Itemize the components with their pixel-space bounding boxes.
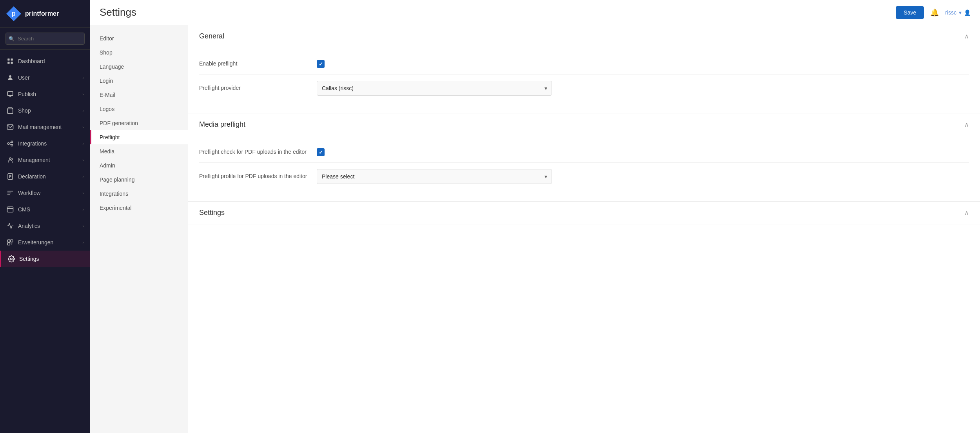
sidebar-nav: Dashboard User › Publish ›: [0, 50, 90, 433]
integrations-icon: [6, 140, 14, 147]
sidebar-item-workflow[interactable]: Workflow ›: [0, 185, 90, 201]
sidebar-label-publish: Publish: [18, 91, 36, 97]
subnav-item-admin[interactable]: Admin: [90, 158, 188, 173]
user-avatar-icon: 👤: [964, 9, 971, 16]
svg-rect-23: [11, 240, 13, 242]
topbar: Settings Save 🔔 rissc ▾ 👤: [90, 0, 980, 25]
subnav-item-preflight[interactable]: Preflight: [90, 130, 188, 144]
search-input[interactable]: [5, 33, 85, 45]
field-enable-preflight: Enable preflight: [199, 54, 969, 75]
enable-preflight-checkbox[interactable]: [317, 60, 325, 68]
section-media-header[interactable]: Media preflight ∧: [188, 113, 980, 136]
section-settings-chevron: ∧: [964, 209, 969, 216]
preflight-check-label: Preflight check for PDF uploads in the e…: [199, 148, 317, 156]
svg-rect-0: [7, 58, 9, 60]
chevron-icon-mail: ›: [82, 125, 84, 129]
logo-icon: p: [6, 6, 21, 21]
chevron-icon-workflow: ›: [82, 191, 84, 195]
subnav-item-pdf-generation[interactable]: PDF generation: [90, 116, 188, 130]
sidebar-item-publish[interactable]: Publish ›: [0, 86, 90, 102]
sidebar-label-user: User: [18, 75, 30, 81]
chevron-icon-management: ›: [82, 158, 84, 162]
svg-rect-2: [7, 62, 9, 64]
svg-rect-22: [7, 240, 10, 242]
subnav-item-login[interactable]: Login: [90, 74, 188, 88]
subnav-item-email[interactable]: E-Mail: [90, 88, 188, 102]
svg-line-11: [9, 142, 11, 143]
section-general-title: General: [199, 32, 224, 40]
section-general-header[interactable]: General ∧: [188, 25, 980, 47]
section-general: General ∧ Enable preflight Preflight pro…: [188, 25, 980, 113]
page-title: Settings: [100, 6, 136, 18]
subnav-item-language[interactable]: Language: [90, 60, 188, 74]
svg-point-4: [9, 75, 11, 78]
svg-line-12: [9, 144, 11, 145]
sidebar: p printformer 🔍 Dashboard User: [0, 0, 90, 433]
extensions-icon: [6, 238, 14, 246]
chevron-icon-publish: ›: [82, 92, 84, 96]
section-media-body: Preflight check for PDF uploads in the e…: [188, 136, 980, 201]
svg-rect-19: [7, 207, 13, 212]
subnav-item-integrations[interactable]: Integrations: [90, 187, 188, 201]
chevron-icon-erweiterungen: ›: [82, 240, 84, 245]
sidebar-label-declaration: Declaration: [18, 173, 46, 180]
bell-icon[interactable]: 🔔: [930, 8, 939, 17]
sidebar-label-workflow: Workflow: [18, 190, 40, 196]
sidebar-item-dashboard[interactable]: Dashboard: [0, 53, 90, 69]
section-media-preflight: Media preflight ∧ Preflight check for PD…: [188, 113, 980, 202]
svg-point-14: [12, 158, 13, 160]
section-settings-header[interactable]: Settings ∧: [188, 202, 980, 224]
sidebar-item-management[interactable]: Management ›: [0, 152, 90, 168]
preflight-profile-select[interactable]: Please select: [317, 169, 552, 184]
svg-point-10: [11, 144, 13, 146]
sidebar-label-shop: Shop: [18, 107, 31, 114]
preflight-check-control: [317, 148, 969, 156]
svg-rect-3: [11, 62, 13, 64]
section-media-chevron: ∧: [964, 121, 969, 128]
section-media-title: Media preflight: [199, 120, 245, 129]
sidebar-item-erweiterungen[interactable]: Erweiterungen ›: [0, 234, 90, 251]
sidebar-label-dashboard: Dashboard: [18, 58, 45, 64]
sidebar-label-erweiterungen: Erweiterungen: [18, 239, 53, 246]
sidebar-label-integrations: Integrations: [18, 140, 47, 147]
chevron-icon-shop: ›: [82, 108, 84, 113]
subnav-item-logos[interactable]: Logos: [90, 102, 188, 116]
field-preflight-check: Preflight check for PDF uploads in the e…: [199, 142, 969, 163]
subnav-item-shop[interactable]: Shop: [90, 45, 188, 60]
chevron-icon-cms: ›: [82, 207, 84, 212]
section-general-chevron: ∧: [964, 33, 969, 40]
subnav-item-editor[interactable]: Editor: [90, 31, 188, 45]
sidebar-item-settings[interactable]: Settings: [0, 251, 90, 267]
svg-rect-5: [7, 91, 13, 96]
sidebar-label-cms: CMS: [18, 206, 30, 213]
logo-area[interactable]: p printformer: [0, 0, 90, 28]
sidebar-item-cms[interactable]: CMS ›: [0, 201, 90, 218]
search-icon: 🔍: [9, 36, 15, 42]
subnav-item-page-planning[interactable]: Page planning: [90, 173, 188, 187]
topbar-right: Save 🔔 rissc ▾ 👤: [896, 6, 971, 19]
sidebar-item-integrations[interactable]: Integrations ›: [0, 135, 90, 152]
preflight-provider-select[interactable]: Callas (rissc): [317, 81, 552, 96]
sidebar-item-declaration[interactable]: Declaration ›: [0, 168, 90, 185]
settings-panel: General ∧ Enable preflight Preflight pro…: [188, 25, 980, 433]
sidebar-label-analytics: Analytics: [18, 223, 40, 229]
enable-preflight-label: Enable preflight: [199, 60, 317, 68]
user-name: rissc: [945, 9, 956, 16]
enable-preflight-control: [317, 60, 969, 68]
svg-rect-1: [11, 58, 13, 60]
user-section[interactable]: rissc ▾ 👤: [945, 9, 971, 16]
preflight-check-checkbox[interactable]: [317, 148, 325, 156]
sidebar-item-user[interactable]: User ›: [0, 69, 90, 86]
sidebar-item-shop[interactable]: Shop ›: [0, 102, 90, 119]
subnav-item-media[interactable]: Media: [90, 144, 188, 158]
sidebar-item-analytics[interactable]: Analytics ›: [0, 218, 90, 234]
dashboard-icon: [6, 57, 14, 65]
chevron-icon-user: ›: [82, 75, 84, 80]
preflight-provider-select-wrap: Callas (rissc): [317, 81, 552, 96]
save-button[interactable]: Save: [896, 6, 924, 19]
sidebar-item-mail[interactable]: Mail management ›: [0, 119, 90, 135]
settings-icon: [7, 255, 15, 263]
preflight-profile-label: Preflight profile for PDF uploads in the…: [199, 173, 317, 180]
preflight-profile-control: Please select: [317, 169, 969, 184]
subnav-item-experimental[interactable]: Experimental: [90, 201, 188, 215]
